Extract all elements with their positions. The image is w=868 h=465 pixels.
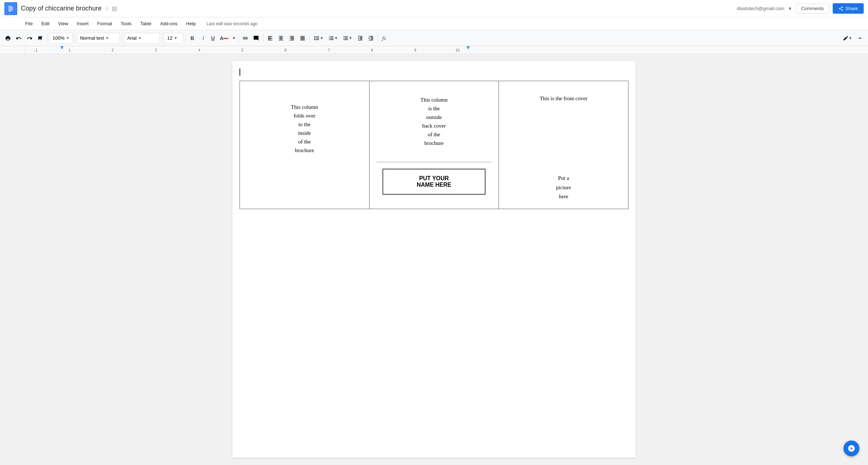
separator-4 — [162, 34, 162, 43]
svg-text:10: 10 — [456, 48, 460, 52]
svg-marker-17 — [61, 46, 63, 50]
share-button[interactable]: Share — [833, 3, 864, 14]
align-center-button[interactable] — [276, 32, 286, 44]
page: This columnfolds overto theinsideof theb… — [232, 61, 636, 458]
svg-rect-2 — [8, 8, 13, 9]
svg-text:1: 1 — [68, 48, 71, 52]
separator-2 — [75, 34, 75, 43]
font-size-value: 12 — [167, 35, 172, 41]
top-bar: Copy of chiccarine brochure ☆ ▤ dlastute… — [0, 0, 868, 17]
column-2-content: This columnis theoutsideback coverof the… — [377, 88, 492, 198]
print-button[interactable] — [3, 32, 13, 44]
ai-assistant-button[interactable] — [844, 440, 859, 456]
unordered-list-button[interactable]: ▼ — [341, 32, 354, 44]
text-cursor — [240, 68, 240, 76]
svg-rect-0 — [8, 6, 12, 6]
zoom-value: 100% — [53, 35, 64, 41]
font-size-arrow: ▼ — [174, 36, 178, 40]
share-label: Share — [845, 6, 858, 11]
svg-rect-1 — [8, 7, 13, 8]
ordered-list-button[interactable]: ▼ — [326, 32, 340, 44]
font-select[interactable]: Arial ▼ — [124, 33, 160, 44]
menu-edit[interactable]: Edit — [38, 19, 53, 28]
menu-format[interactable]: Format — [94, 19, 116, 28]
bold-button[interactable]: B — [187, 32, 197, 44]
svg-text:2: 2 — [112, 48, 114, 52]
menu-tools[interactable]: Tools — [117, 19, 135, 28]
menu-table[interactable]: Table — [137, 19, 155, 28]
edit-mode-button[interactable]: ▼ — [841, 32, 854, 44]
zoom-select[interactable]: 100% ▼ — [49, 33, 73, 44]
separator-7 — [263, 34, 263, 43]
menu-file[interactable]: File — [22, 19, 36, 28]
svg-text:7: 7 — [328, 48, 330, 52]
separator-9 — [378, 34, 378, 43]
column-2-cell[interactable]: This columnis theoutsideback coverof the… — [369, 81, 499, 209]
svg-text:4: 4 — [198, 48, 200, 52]
increase-indent-button[interactable] — [366, 32, 376, 44]
style-select[interactable]: Normal text ▼ — [77, 33, 120, 44]
comment-button[interactable] — [251, 32, 261, 44]
redo-button[interactable] — [24, 32, 35, 44]
column-1-text: This columnfolds overto theinsideof theb… — [247, 88, 362, 155]
doc-title[interactable]: Copy of chiccarine brochure — [21, 5, 102, 12]
column-3-cell[interactable]: This is the front cover Put apicturehere — [499, 81, 628, 209]
folder-icon[interactable]: ▤ — [112, 5, 117, 12]
app-icon — [4, 2, 17, 15]
zoom-arrow: ▼ — [66, 36, 70, 40]
style-arrow: ▼ — [106, 36, 109, 40]
font-arrow: ▼ — [138, 36, 142, 40]
brochure-row: This columnfolds overto theinsideof theb… — [240, 81, 628, 209]
style-value: Normal text — [80, 35, 104, 41]
font-value: Arial — [127, 35, 137, 41]
column-3-bottom-text: Put apicturehere — [506, 174, 621, 201]
decrease-indent-button[interactable] — [355, 32, 365, 44]
underline-button[interactable]: U — [209, 32, 217, 44]
star-icon[interactable]: ☆ — [104, 5, 109, 12]
undo-button[interactable] — [14, 32, 24, 44]
separator-6 — [238, 34, 238, 43]
menu-insert[interactable]: Insert — [73, 19, 92, 28]
svg-text:3: 3 — [155, 48, 157, 52]
justify-button[interactable] — [297, 32, 308, 44]
name-box-line2: NAME HERE — [417, 182, 451, 188]
column-1-cell[interactable]: This columnfolds overto theinsideof theb… — [240, 81, 370, 209]
separator-8 — [309, 34, 310, 43]
align-right-button[interactable] — [287, 32, 297, 44]
italic-button[interactable]: I — [198, 32, 208, 44]
comments-button[interactable]: Comments — [796, 3, 829, 14]
font-size-select[interactable]: 12 ▼ — [164, 33, 183, 44]
dropdown-arrow[interactable]: ▼ — [788, 6, 792, 11]
last-edit: Last edit was seconds ago — [207, 21, 258, 26]
menu-view[interactable]: View — [54, 19, 72, 28]
menu-addons[interactable]: Add-ons — [156, 19, 181, 28]
column-2-divider — [377, 162, 492, 162]
separator-5 — [185, 34, 185, 43]
link-button[interactable] — [240, 32, 250, 44]
ruler: -1 1 2 3 4 5 6 7 8 9 10 — [0, 46, 868, 54]
line-spacing-button[interactable]: ▼ — [312, 32, 326, 44]
text-color-arrow[interactable]: ▼ — [231, 32, 236, 44]
svg-text:9: 9 — [414, 48, 416, 52]
formula-button[interactable]: 𝑓𝑥 — [380, 32, 388, 44]
toolbar: 100% ▼ Normal text ▼ Arial ▼ 12 ▼ B I U … — [0, 30, 868, 46]
name-box-line1: PUT YOUR — [419, 175, 449, 181]
paint-format-button[interactable] — [35, 32, 45, 44]
svg-text:8: 8 — [371, 48, 373, 52]
svg-text:5: 5 — [241, 48, 243, 52]
column-3-top-text: This is the front cover — [506, 88, 621, 102]
svg-rect-4 — [8, 10, 11, 11]
name-box[interactable]: PUT YOUR NAME HERE — [382, 169, 486, 195]
svg-text:-1: -1 — [34, 48, 37, 52]
top-right: dlastutech@gmail.com ▼ Comments Share — [737, 3, 864, 14]
doc-title-area: Copy of chiccarine brochure ☆ ▤ — [21, 5, 737, 12]
align-left-button[interactable] — [265, 32, 275, 44]
separator-1 — [47, 34, 48, 43]
menu-help[interactable]: Help — [183, 19, 200, 28]
brochure-table: This columnfolds overto theinsideof theb… — [240, 81, 628, 209]
svg-rect-3 — [8, 9, 13, 10]
collapse-toolbar-button[interactable] — [855, 32, 865, 44]
menu-bar: File Edit View Insert Format Tools Table… — [0, 17, 868, 30]
column-2-top-text: This columnis theoutsideback coverof the… — [420, 88, 447, 147]
text-color-button[interactable]: A — [218, 32, 231, 44]
